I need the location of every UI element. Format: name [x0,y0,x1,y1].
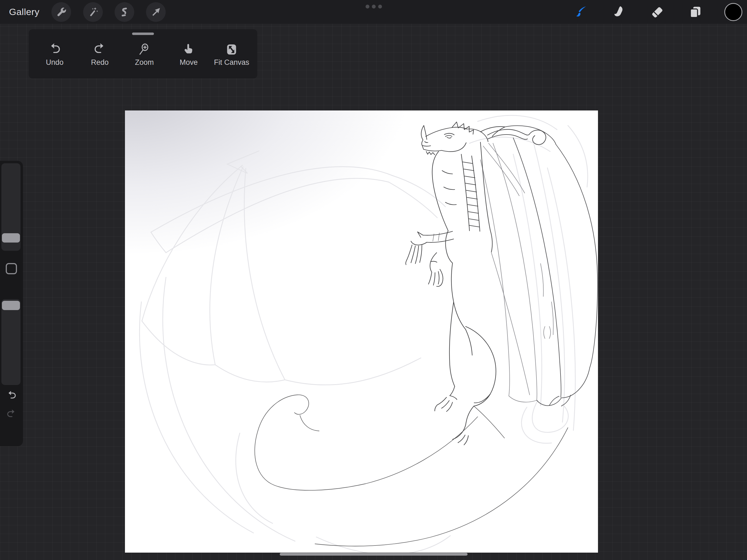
adjustments-button[interactable] [83,2,103,22]
smudge-finger-icon [611,5,626,19]
erase-tool-button[interactable] [649,4,665,20]
move-button[interactable]: Move [165,43,212,75]
selection-button[interactable] [114,2,134,22]
undo-label: Undo [46,58,64,67]
fit-canvas-button[interactable]: Fit Canvas [208,43,255,75]
transform-button[interactable] [146,2,166,22]
smudge-tool-button[interactable] [611,4,626,20]
modify-button[interactable] [6,263,17,274]
fit-canvas-label: Fit Canvas [214,58,249,67]
selection-s-icon [119,6,130,18]
drag-handle[interactable] [132,32,154,35]
undo-arrow-icon [6,390,17,401]
home-indicator-bar[interactable] [280,553,468,556]
undo-button[interactable]: Undo [31,43,78,75]
zoom-label: Zoom [135,58,154,67]
redo-label: Redo [91,58,109,67]
canvas-options-ellipsis-icon[interactable] [366,5,382,8]
redo-icon [93,43,106,56]
fit-canvas-icon [225,43,238,56]
gallery-button[interactable]: Gallery [9,0,40,24]
quick-menu-toolbar: Undo Redo Zoom [29,29,257,78]
procreate-screen: Gallery [0,0,747,560]
opacity-slider[interactable] [1,299,21,385]
paint-tool-button[interactable] [573,4,588,20]
zoom-magnifier-icon [138,43,151,56]
drawing-canvas[interactable] [125,110,598,553]
redo-arrow-icon [6,408,17,420]
magic-wand-icon [87,6,99,18]
eraser-icon [650,5,664,19]
sidebar-redo-button[interactable] [6,408,17,420]
top-toolbar: Gallery [0,0,747,24]
actions-button[interactable] [51,2,71,22]
undo-icon [48,43,61,56]
layers-icon [688,5,703,19]
paintbrush-icon [573,5,588,19]
color-swatch-circle[interactable] [724,3,742,21]
brush-sidebar [0,161,23,446]
move-hand-icon [182,43,195,56]
opacity-slider-thumb[interactable] [2,301,20,310]
redo-button[interactable]: Redo [77,43,123,75]
wrench-icon [55,6,67,18]
zoom-button[interactable]: Zoom [121,43,168,75]
sidebar-undo-button[interactable] [6,390,17,401]
transform-arrow-icon [150,6,162,18]
brush-size-slider-thumb[interactable] [2,233,20,243]
dragon-sketch-artwork [125,110,598,553]
layers-button[interactable] [688,4,703,20]
move-label: Move [180,58,198,67]
